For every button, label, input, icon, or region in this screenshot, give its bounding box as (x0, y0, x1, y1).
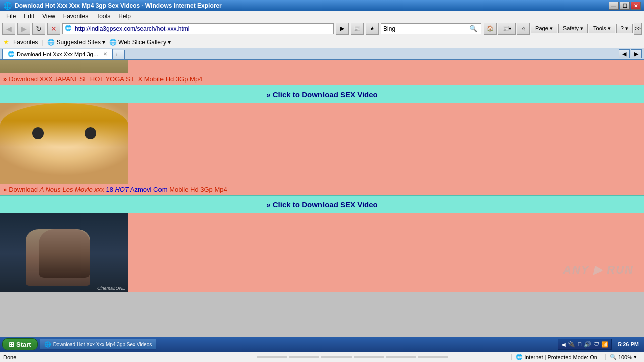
suggested-sites-item[interactable]: 🌐 Suggested Sites ▾ (47, 39, 105, 46)
tab-bar: 🌐 Download Hot Xxx Xxx Mp4 3gp Sex Video… (0, 48, 644, 60)
favorites-item[interactable]: Favorites (13, 39, 38, 46)
safety-button[interactable]: Safety ▾ (558, 24, 588, 33)
tray-volume-icon[interactable]: 🔊 (584, 341, 591, 348)
start-button[interactable]: ⊞ Start (2, 338, 38, 350)
video-entry-1: » Download XXX JAPANESE HOT YOGA S E X M… (0, 60, 644, 103)
forward-button[interactable]: ▶ (17, 23, 30, 35)
system-time: 5:26 PM (615, 341, 642, 347)
entry2-thumbnail (0, 103, 128, 184)
address-input[interactable] (75, 25, 331, 32)
lady-face (0, 103, 128, 184)
thumb-row-2 (0, 103, 644, 184)
zoom-dropdown[interactable]: ▾ (634, 354, 637, 360)
taskbar: ⊞ Start 🌐 Download Hot Xxx Xxx Mp4 3gp S… (0, 337, 644, 352)
back-button[interactable]: ◀ (2, 23, 15, 35)
entry2-title-row: » Download A Nous Les Movie xxx 18 HOT A… (0, 184, 644, 195)
hair (0, 103, 128, 147)
menu-help[interactable]: Help (114, 12, 135, 21)
entry2-arrow: » (3, 186, 7, 193)
figure-1 (39, 229, 90, 278)
favorites-star-button[interactable]: ★ (366, 23, 379, 35)
status-bar: Done 🌐 Internet | Protected Mode: On 🔍 1… (0, 352, 644, 362)
zoom-icon: 🔍 (610, 354, 617, 360)
tray-network2-icon: 📶 (601, 341, 608, 348)
ie-icon-small: 🌐 (47, 39, 55, 46)
new-tab-button[interactable]: + (113, 50, 125, 59)
entry1-download-button[interactable]: » Click to Download SEX Video (0, 85, 644, 103)
help-button[interactable]: ? ▾ (616, 24, 633, 33)
menu-view[interactable]: View (38, 12, 59, 21)
restore-button[interactable]: ❐ (620, 2, 630, 10)
tray-network-icon: 🔌 (568, 341, 575, 348)
menu-tools[interactable]: Tools (92, 12, 114, 21)
search-button[interactable]: 🔍 (468, 24, 479, 34)
tab-scroll-right[interactable]: ▶ (631, 49, 642, 58)
address-bar[interactable]: 🌐 (62, 23, 334, 34)
address-icon: 🌐 (65, 25, 73, 33)
taskbar-ie-icon: 🌐 (44, 341, 51, 348)
rss-button[interactable]: 📰 (351, 23, 364, 35)
entry3-thumbnail: CinemaZONE (0, 213, 128, 292)
tab-icon: 🌐 (8, 51, 15, 57)
toolbar-right: 🏠 📰▾ 🖨 Page ▾ Safety ▾ Tools ▾ ? ▾ >> (484, 23, 642, 35)
menu-file[interactable]: File (2, 12, 20, 21)
eyes (32, 127, 97, 139)
entry2-download-button[interactable]: » Click to Download SEX Video (0, 195, 644, 213)
menu-favorites[interactable]: Favorites (59, 12, 92, 21)
top-cropped-image (0, 60, 128, 73)
entry2-title-link[interactable]: Download A Nous Les Movie xxx 18 HOT Azm… (9, 186, 227, 193)
print-button[interactable]: 🖨 (517, 23, 530, 35)
zone-icon: 🌐 (516, 354, 523, 360)
entry1-title-row: » Download XXX JAPANESE HOT YOGA S E X M… (0, 73, 644, 85)
tray-media-icon: ⊓ (577, 341, 582, 348)
window-controls: — ❐ ✕ (609, 2, 641, 10)
page-button[interactable]: Page ▾ (531, 24, 557, 33)
couple-image (0, 213, 128, 292)
favorites-bar: ★ Favorites | 🌐 Suggested Sites ▾ 🌐 Web … (0, 36, 644, 48)
go-button[interactable]: ▶ (336, 23, 349, 35)
left-eye (32, 127, 44, 139)
web-slice-item[interactable]: 🌐 Web Slice Gallery ▾ (109, 39, 171, 46)
home-button[interactable]: 🏠 (484, 23, 497, 35)
rss-feeds-button[interactable]: 📰▾ (498, 23, 516, 35)
stop-button[interactable]: ✕ (47, 23, 60, 35)
right-eye (85, 127, 96, 139)
tab-label: Download Hot Xxx Xxx Mp4 3gp Sex Videos (17, 51, 101, 57)
video-entry-2: » Download A Nous Les Movie xxx 18 HOT A… (0, 103, 644, 213)
video-entry-3: CinemaZONE » Download December 30 2018 B… (0, 213, 644, 292)
extra-button[interactable]: >> (634, 23, 642, 35)
start-label: Start (16, 341, 31, 348)
taskbar-right: ◀ 🔌 ⊓ 🔊 🛡 📶 5:26 PM (558, 339, 642, 350)
active-tab[interactable]: 🌐 Download Hot Xxx Xxx Mp4 3gp Sex Video… (2, 49, 113, 59)
search-input[interactable] (383, 25, 468, 32)
entry1-title-link[interactable]: Download XXX JAPANESE HOT YOGA S E X Mob… (9, 75, 202, 83)
taskbar-ie-item[interactable]: 🌐 Download Hot Xxx Xxx Mp4 3gp Sex Video… (40, 339, 157, 350)
tab-close-button[interactable]: ✕ (103, 51, 107, 57)
zone-text: Internet | Protected Mode: On (524, 354, 597, 360)
browser-icon: 🌐 (3, 2, 12, 10)
title-bar: 🌐 Download Hot Xxx Xxx Mp4 3gp Sex Video… (0, 0, 644, 11)
ie-slice-icon: 🌐 (109, 39, 117, 46)
menu-edit[interactable]: Edit (20, 12, 38, 21)
refresh-button[interactable]: ↻ (32, 23, 45, 35)
window-title: Download Hot Xxx Xxx Mp4 3gp Sex Videos … (15, 2, 609, 9)
tray-hide-icon[interactable]: ◀ (561, 342, 566, 347)
status-text: Done (3, 354, 257, 360)
nav-bar: ◀ ▶ ↻ ✕ 🌐 ▶ 📰 ★ 🔍 🏠 📰▾ 🖨 Page ▾ Safety ▾… (0, 21, 644, 36)
search-bar[interactable]: 🔍 (381, 23, 481, 34)
watermark-text: CinemaZONE (97, 286, 125, 291)
entry1-arrow: » (3, 75, 7, 83)
minimize-button[interactable]: — (609, 2, 619, 10)
close-button[interactable]: ✕ (631, 2, 641, 10)
thumb-row-1 (0, 60, 644, 73)
content-area: ▲ ▼ » Download XXX JAPANESE HOT YOGA S E… (0, 60, 644, 292)
thumb-row-3: CinemaZONE (0, 213, 644, 292)
zone-info: 🌐 Internet | Protected Mode: On (511, 354, 601, 360)
start-icon: ⊞ (9, 341, 14, 348)
tab-scroll-left[interactable]: ◀ (619, 49, 630, 58)
taskbar-window-title: Download Hot Xxx Xxx Mp4 3gp Sex Videos (53, 342, 152, 347)
status-right: 🌐 Internet | Protected Mode: On 🔍 100% ▾ (511, 354, 641, 360)
system-tray: ◀ 🔌 ⊓ 🔊 🛡 📶 (558, 339, 612, 350)
tools-button[interactable]: Tools ▾ (589, 24, 615, 33)
zoom-text: 100% (618, 354, 632, 360)
